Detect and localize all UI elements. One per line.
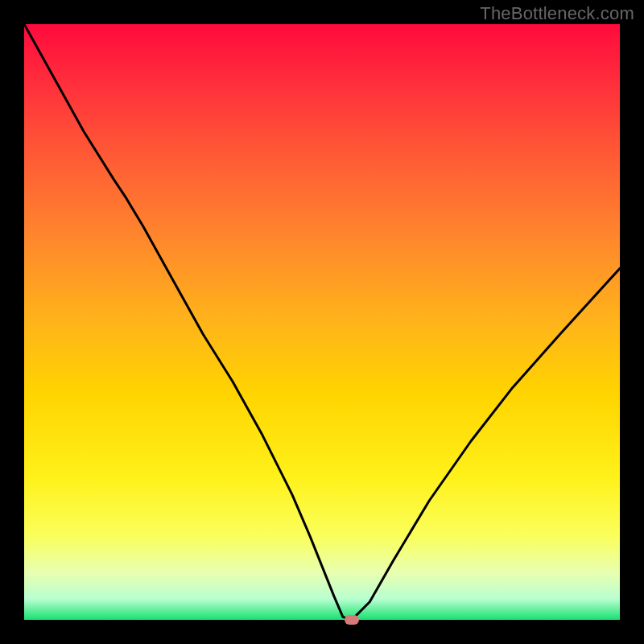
minimum-marker [345, 615, 359, 625]
chart-frame: TheBottleneck.com [0, 0, 644, 644]
watermark-text: TheBottleneck.com [480, 3, 634, 24]
gradient-background [24, 24, 620, 620]
bottleneck-plot [24, 24, 620, 620]
